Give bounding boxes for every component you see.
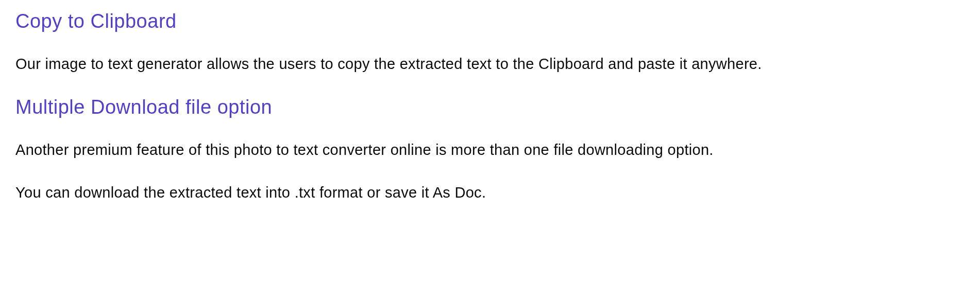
section-paragraph: Our image to text generator allows the u… <box>15 53 965 76</box>
section-multiple-download: Multiple Download file option Another pr… <box>15 96 965 204</box>
section-paragraph: Another premium feature of this photo to… <box>15 139 965 162</box>
section-heading: Copy to Clipboard <box>15 10 965 32</box>
section-paragraph: You can download the extracted text into… <box>15 182 965 204</box>
section-heading: Multiple Download file option <box>15 96 965 118</box>
section-copy-clipboard: Copy to Clipboard Our image to text gene… <box>15 10 965 76</box>
